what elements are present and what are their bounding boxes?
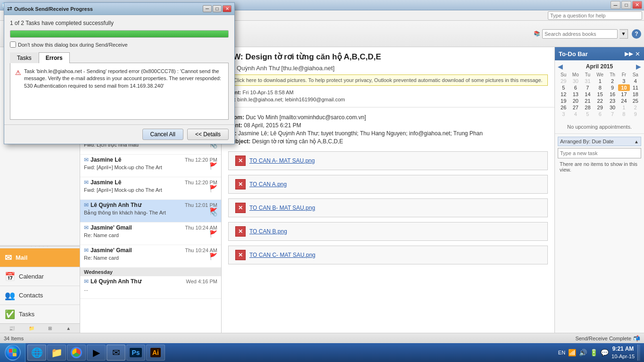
cal-day[interactable]: 29 xyxy=(558,78,569,84)
tab-tasks[interactable]: Tasks xyxy=(10,52,39,63)
cal-day[interactable]: 17 xyxy=(618,91,629,98)
nav-contacts[interactable]: 👥 Contacts xyxy=(0,286,80,304)
flag-5[interactable]: 🚩 xyxy=(209,207,217,215)
cal-day[interactable]: 16 xyxy=(607,91,618,98)
cal-day[interactable]: 2 xyxy=(607,78,618,84)
cal-day[interactable]: 1 xyxy=(618,104,629,111)
cal-day[interactable]: 14 xyxy=(582,91,593,98)
cal-day[interactable]: 19 xyxy=(558,98,569,104)
nav-config-btn[interactable]: ▲ xyxy=(66,326,71,331)
taskbar-explorer[interactable]: 📁 xyxy=(47,345,66,361)
cal-day[interactable]: 29 xyxy=(594,104,607,111)
cal-day[interactable]: 20 xyxy=(569,98,582,104)
privacy-notice-bar[interactable]: Click here to download pictures. To help… xyxy=(228,74,548,86)
start-btn[interactable] xyxy=(0,343,25,362)
cal-day[interactable]: 28 xyxy=(582,104,593,111)
cal-day[interactable]: 9 xyxy=(607,84,618,91)
cal-day[interactable]: 6 xyxy=(569,84,582,91)
cal-day[interactable]: 5 xyxy=(582,111,593,117)
cal-day[interactable]: 25 xyxy=(630,98,641,104)
email-item-8[interactable]: ✉ Lê Quỳnh Anh Thư Wed 4:16 PM ... xyxy=(80,276,221,299)
nav-mail[interactable]: ✉ Mail xyxy=(0,248,80,267)
cal-day[interactable]: 8 xyxy=(594,84,607,91)
cal-next-btn[interactable]: ▶ xyxy=(636,63,641,70)
dialog-checkbox-input[interactable] xyxy=(10,41,16,48)
cal-day[interactable]: 23 xyxy=(607,98,618,104)
cal-day[interactable]: 22 xyxy=(594,98,607,104)
search-dropdown-btn[interactable]: ▼ xyxy=(619,29,628,39)
cal-day[interactable]: 30 xyxy=(607,104,618,111)
cal-day[interactable]: 27 xyxy=(569,104,582,111)
todo-close-btn[interactable]: ✕ xyxy=(635,50,640,58)
cal-day[interactable]: 10 xyxy=(618,84,629,91)
close-btn[interactable]: ✕ xyxy=(632,1,642,9)
attachment-item-2[interactable]: ✕ TO CAN B- MAT SAU.png xyxy=(228,198,548,217)
cal-day[interactable]: 1 xyxy=(594,78,607,84)
nav-calendar[interactable]: 📅 Calendar xyxy=(0,267,80,286)
maximize-btn[interactable]: □ xyxy=(621,1,631,9)
cal-day[interactable]: 7 xyxy=(582,84,593,91)
dialog-maximize-btn[interactable]: □ xyxy=(213,5,222,12)
flag-4[interactable]: 🚩 xyxy=(209,185,217,192)
taskbar-clock[interactable]: 9:21 AM 10-Apr-15 xyxy=(611,346,635,360)
cal-day[interactable]: 21 xyxy=(582,98,593,104)
cal-day[interactable]: 31 xyxy=(582,78,593,84)
cal-day[interactable]: 4 xyxy=(630,78,641,84)
sidebar-divider[interactable]: · · · · · xyxy=(0,245,80,247)
email-item-4[interactable]: ✉ Jasmine Lê Thu 12:20 PM Fwd: [April+] … xyxy=(80,177,221,200)
nav-extra-btn1[interactable]: 📰 xyxy=(9,326,15,331)
cal-day[interactable]: 3 xyxy=(558,111,569,117)
cal-day[interactable]: 11 xyxy=(630,84,641,91)
dialog-close-btn[interactable]: ✕ xyxy=(223,5,231,12)
help-btn[interactable]: ? xyxy=(632,29,641,39)
arranged-sort-icon[interactable]: ▲ xyxy=(634,139,639,144)
attachment-item-3[interactable]: ✕ TO CAN B.png xyxy=(228,222,548,241)
cal-day[interactable]: 3 xyxy=(618,78,629,84)
details-btn[interactable]: << Details xyxy=(187,129,229,140)
nav-extra-btn2[interactable]: 📁 xyxy=(29,326,34,331)
cal-day[interactable]: 6 xyxy=(594,111,607,117)
cal-day[interactable]: 5 xyxy=(558,84,569,91)
cal-day[interactable]: 9 xyxy=(630,111,641,117)
nav-tasks[interactable]: ✅ Tasks xyxy=(0,304,80,323)
taskbar-media[interactable]: ▶ xyxy=(87,345,106,361)
taskbar-illustrator[interactable]: Ai xyxy=(146,345,165,361)
attachment-item-1[interactable]: ✕ TO CAN A.png xyxy=(228,175,548,194)
minimize-btn[interactable]: ─ xyxy=(611,1,620,9)
cal-prev-btn[interactable]: ◀ xyxy=(558,63,563,70)
cal-day[interactable]: 26 xyxy=(558,104,569,111)
help-search-input[interactable] xyxy=(548,11,642,20)
flag-3[interactable]: 🚩 xyxy=(209,162,217,170)
cal-day[interactable]: 24 xyxy=(618,98,629,104)
taskbar-outlook[interactable]: ✉ xyxy=(107,345,125,361)
taskbar-ie[interactable]: 🌐 xyxy=(27,345,46,361)
new-task-input[interactable] xyxy=(558,148,641,158)
email-item-7[interactable]: ✉ Jasmine' Gmail Thu 10:24 AM Re: Name c… xyxy=(80,245,221,268)
dialog-minimize-btn[interactable]: ─ xyxy=(203,5,212,12)
cal-day[interactable]: 4 xyxy=(569,111,582,117)
email-item-6[interactable]: ✉ Jasmine' Gmail Thu 10:24 AM Re: Name c… xyxy=(80,222,221,245)
search-address-input[interactable] xyxy=(542,29,618,39)
flag-6[interactable]: 🚩 xyxy=(209,230,217,238)
cal-day[interactable]: 18 xyxy=(630,91,641,98)
email-item-5[interactable]: ✉ Lê Quỳnh Anh Thư Thu 12:01 PM Bảng thô… xyxy=(80,200,221,222)
cal-day[interactable]: 13 xyxy=(569,91,582,98)
cal-day[interactable]: 12 xyxy=(558,91,569,98)
show-desktop-btn[interactable] xyxy=(637,345,640,361)
todo-expand-btn[interactable]: ▶▶ xyxy=(625,50,633,57)
tab-errors[interactable]: Errors xyxy=(39,52,70,63)
cal-day[interactable]: 15 xyxy=(594,91,607,98)
email-item-3[interactable]: ✉ Jasmine Lê Thu 12:20 PM Fwd: [April+] … xyxy=(80,155,221,177)
cal-day[interactable]: 2 xyxy=(630,104,641,111)
taskbar-chrome[interactable] xyxy=(67,345,86,361)
email-body-scroll[interactable]: From: Duc Vo Minh [mailto:vominhduc@sarc… xyxy=(222,107,554,333)
cancel-all-btn[interactable]: Cancel All xyxy=(142,129,183,140)
nav-expand-btn[interactable]: ⊞ xyxy=(48,326,52,331)
attachment-item-4[interactable]: ✕ TO CAN C- MAT SAU.png xyxy=(228,246,548,264)
cal-day[interactable]: 7 xyxy=(607,111,618,117)
cal-day[interactable]: 8 xyxy=(618,111,629,117)
taskbar-photoshop[interactable]: Ps xyxy=(126,345,145,361)
cal-day[interactable]: 30 xyxy=(569,78,582,84)
attachment-item-0[interactable]: ✕ TO CAN A- MAT SAU.png xyxy=(228,151,548,170)
flag-7[interactable]: 🚩 xyxy=(209,253,217,260)
